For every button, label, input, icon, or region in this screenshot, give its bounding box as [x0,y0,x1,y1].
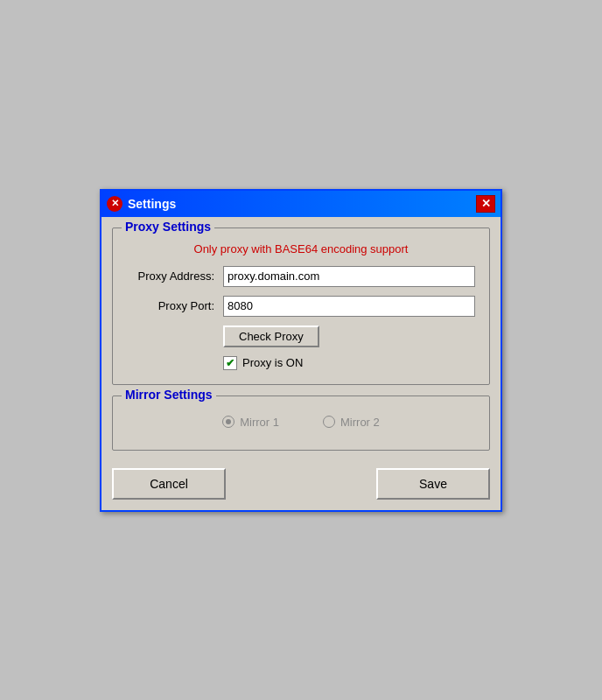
mirror1-label: Mirror 1 [240,416,279,429]
footer-buttons: Cancel Save [102,461,500,510]
mirror-settings-group: Mirror Settings Mirror 1 Mirror 2 [112,396,490,451]
proxy-on-label: Proxy is ON [242,356,303,369]
proxy-settings-group: Proxy Settings Only proxy with BASE64 en… [112,228,490,385]
proxy-address-row: Proxy Address: [127,266,475,287]
mirror2-option[interactable]: Mirror 2 [323,416,380,429]
cancel-button[interactable]: Cancel [112,468,226,500]
settings-window: ✕ Settings ✕ Proxy Settings Only proxy w… [100,189,502,512]
check-proxy-button[interactable]: Check Proxy [223,326,319,347]
title-bar-left: ✕ Settings [107,196,176,212]
window-body: Proxy Settings Only proxy with BASE64 en… [102,217,500,461]
title-bar: ✕ Settings ✕ [102,191,500,217]
proxy-settings-label: Proxy Settings [122,220,214,234]
proxy-warning-text: Only proxy with BASE64 encoding support [127,242,475,256]
mirror-radio-row: Mirror 1 Mirror 2 [127,409,475,436]
proxy-address-label: Proxy Address: [127,270,223,283]
save-button[interactable]: Save [376,468,490,500]
proxy-on-row: ✔ Proxy is ON [127,356,475,370]
proxy-on-checkbox[interactable]: ✔ [223,356,237,370]
proxy-port-input[interactable] [223,296,475,317]
mirror1-radio[interactable] [222,416,234,428]
checkmark-icon: ✔ [226,357,234,369]
window-title: Settings [128,197,176,211]
mirror-settings-label: Mirror Settings [122,388,216,402]
proxy-port-row: Proxy Port: [127,296,475,317]
mirror2-label: Mirror 2 [340,416,380,429]
proxy-port-label: Proxy Port: [127,299,223,312]
app-icon: ✕ [107,196,122,212]
proxy-address-input[interactable] [223,266,475,287]
check-proxy-row: Check Proxy [127,326,475,347]
mirror2-radio[interactable] [323,416,335,428]
close-button[interactable]: ✕ [476,195,495,213]
mirror1-option[interactable]: Mirror 1 [222,416,279,429]
